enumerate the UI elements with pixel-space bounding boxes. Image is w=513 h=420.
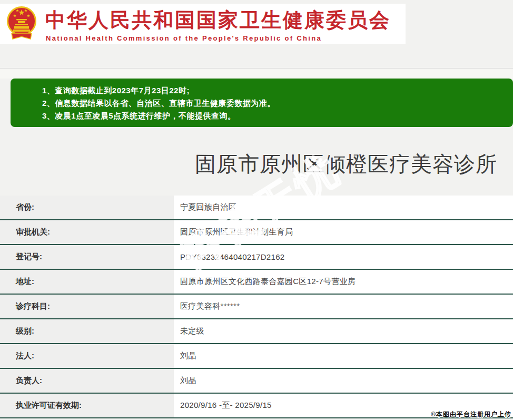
notice-box: 1、查询数据截止到2023年7月23日22时; 2、信息数据结果以各省、自治区、…: [11, 79, 513, 127]
header-sub-band: [0, 69, 513, 79]
table-row-person-in-charge: 负责人: 刘晶: [0, 369, 513, 394]
table-row-legal-person: 法人: 刘晶: [0, 344, 513, 369]
notice-line-1: 1、查询数据截止到2023年7月23日22时;: [42, 84, 508, 97]
notice-line-3: 3、凌晨1点至凌晨5点系统进行维护，不能提供查询。: [42, 110, 508, 122]
row-value: 医疗美容科******: [174, 295, 513, 318]
page-root: { "header": { "title_cn": "中华人民共和国国家卫生健康…: [0, 0, 513, 420]
header-title-en: National Health Commission of the People…: [46, 34, 322, 42]
row-label: 登记号:: [0, 245, 174, 269]
table-row-province: 省份: 宁夏回族自治区: [0, 196, 513, 220]
row-value: 宁夏回族自治区: [174, 196, 513, 219]
row-label: 省份:: [0, 196, 174, 219]
national-emblem-icon: [6, 5, 37, 43]
row-value: 固原市原州区文化西路泰合嘉园C区12-7号营业房: [174, 270, 513, 294]
row-value: 未定级: [174, 319, 513, 343]
notice-line-2: 2、信息数据结果以各省、自治区、直辖市卫生健康委数据为准。: [42, 97, 508, 110]
row-value: 刘晶: [174, 344, 513, 368]
institution-title: 固原市原州区倾橙医疗美容诊所: [0, 150, 497, 179]
row-label: 诊疗科目:: [0, 295, 174, 318]
row-value: 固原市原州区卫生和计划生育局: [174, 220, 513, 244]
table-row-registration-number: 登记号: PDY63232464040217D2162: [0, 245, 513, 270]
row-label: 地址:: [0, 270, 174, 294]
row-value: 刘晶: [174, 369, 513, 393]
row-label: 级别:: [0, 319, 174, 343]
attribution-badge: ©本图由平台注册用户上传: [431, 410, 511, 419]
table-row-level: 级别: 未定级: [0, 319, 513, 344]
row-label: 执业许可证有效期:: [0, 394, 174, 417]
header-title-cn: 中华人民共和国国家卫生健康委员会: [45, 7, 391, 34]
row-label: 审批机关:: [0, 220, 174, 244]
table-row-treatment-subjects: 诊疗科目: 医疗美容科******: [0, 295, 513, 319]
info-table: 省份: 宁夏回族自治区 审批机关: 固原市原州区卫生和计划生育局 登记号: PD…: [0, 196, 513, 418]
row-value: PDY63232464040217D2162: [174, 245, 513, 269]
row-label: 负责人:: [0, 369, 174, 393]
table-row-approval-authority: 审批机关: 固原市原州区卫生和计划生育局: [0, 220, 513, 245]
table-row-address: 地址: 固原市原州区文化西路泰合嘉园C区12-7号营业房: [0, 270, 513, 295]
row-label: 法人:: [0, 344, 174, 368]
header-card: 中华人民共和国国家卫生健康委员会 National Health Commiss…: [0, 4, 406, 44]
